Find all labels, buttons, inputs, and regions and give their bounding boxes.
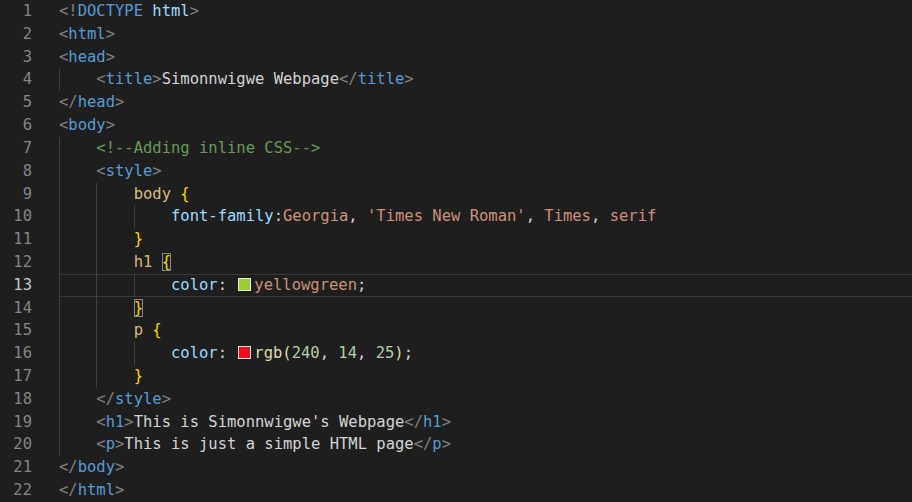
line-content[interactable]: h1 { — [59, 251, 912, 274]
code-token: > — [162, 390, 171, 408]
indent-guide — [59, 365, 60, 388]
line-content[interactable]: </html> — [59, 479, 912, 502]
line-content[interactable]: <head> — [59, 46, 912, 69]
line-number[interactable]: 13 — [0, 274, 59, 297]
code-line[interactable]: 4 <title>Simonnwigwe Webpage</title> — [0, 68, 912, 91]
line-number[interactable]: 5 — [0, 91, 59, 114]
code-token: { — [152, 321, 161, 339]
code-line[interactable]: 13 color: yellowgreen; — [0, 274, 912, 297]
line-number[interactable]: 22 — [0, 479, 59, 502]
code-line[interactable]: 18 </style> — [0, 388, 912, 411]
code-token: , — [357, 344, 376, 362]
code-token: yellowgreen — [254, 276, 357, 294]
code-line[interactable]: 9 body { — [0, 183, 912, 206]
line-number[interactable]: 19 — [0, 411, 59, 434]
line-number[interactable]: 15 — [0, 319, 59, 342]
indent-guide — [59, 228, 60, 251]
code-token: < — [96, 413, 105, 431]
code-line[interactable]: 20 <p>This is just a simple HTML page</p… — [0, 433, 912, 456]
code-token: rgb — [254, 344, 282, 362]
line-number[interactable]: 7 — [0, 137, 59, 160]
line-content[interactable]: font-family:Georgia, 'Times New Roman', … — [59, 205, 912, 228]
line-content[interactable]: </head> — [59, 91, 912, 114]
code-token: ; — [404, 344, 413, 362]
code-line[interactable]: 12 h1 { — [0, 251, 912, 274]
code-line[interactable]: 8 <style> — [0, 160, 912, 183]
color-swatch[interactable] — [238, 346, 251, 359]
code-token: </ — [59, 458, 78, 476]
line-content[interactable]: color: yellowgreen; — [59, 274, 912, 297]
code-line[interactable]: 10 font-family:Georgia, 'Times New Roman… — [0, 205, 912, 228]
line-number[interactable]: 20 — [0, 433, 59, 456]
line-number[interactable]: 9 — [0, 183, 59, 206]
line-number[interactable]: 8 — [0, 160, 59, 183]
code-token: font-family — [171, 207, 274, 225]
line-content[interactable]: <html> — [59, 23, 912, 46]
line-number[interactable]: 21 — [0, 456, 59, 479]
line-number[interactable]: 2 — [0, 23, 59, 46]
code-line[interactable]: 22</html> — [0, 479, 912, 502]
code-line[interactable]: 5</head> — [0, 91, 912, 114]
code-line[interactable]: 1<!DOCTYPE html> — [0, 0, 912, 23]
line-content[interactable]: <!DOCTYPE html> — [59, 0, 912, 23]
code-token: h1 — [423, 413, 442, 431]
code-line[interactable]: 14 } — [0, 297, 912, 320]
indent-guide — [59, 183, 60, 206]
code-line[interactable]: 11 } — [0, 228, 912, 251]
line-content[interactable]: } — [59, 365, 912, 388]
indent-guide — [96, 228, 97, 251]
code-token — [143, 321, 152, 339]
line-content[interactable]: <!--Adding inline CSS--> — [59, 137, 912, 160]
indent-guide — [59, 319, 60, 342]
code-token: body — [78, 458, 115, 476]
code-line[interactable]: 3<head> — [0, 46, 912, 69]
line-content[interactable]: <style> — [59, 160, 912, 183]
line-number[interactable]: 17 — [0, 365, 59, 388]
code-line[interactable]: 15 p { — [0, 319, 912, 342]
line-number[interactable]: 4 — [0, 68, 59, 91]
indent-guide — [59, 433, 60, 456]
code-line[interactable]: 21</body> — [0, 456, 912, 479]
code-line[interactable]: 16 color: rgb(240, 14, 25); — [0, 342, 912, 365]
code-token: < — [96, 435, 105, 453]
line-number[interactable]: 11 — [0, 228, 59, 251]
line-number[interactable]: 6 — [0, 114, 59, 137]
code-token: > — [152, 162, 161, 180]
code-token: title — [106, 70, 153, 88]
line-content[interactable]: </style> — [59, 388, 912, 411]
line-number[interactable]: 18 — [0, 388, 59, 411]
code-line[interactable]: 19 <h1>This is Simonnwigwe's Webpage</h1… — [0, 411, 912, 434]
code-line[interactable]: 7 <!--Adding inline CSS--> — [0, 137, 912, 160]
code-token: : — [218, 344, 237, 362]
line-content[interactable]: <title>Simonnwigwe Webpage</title> — [59, 68, 912, 91]
line-content[interactable]: <body> — [59, 114, 912, 137]
indent-guide — [59, 137, 60, 160]
code-token: , — [320, 344, 339, 362]
line-content[interactable]: p { — [59, 319, 912, 342]
line-number[interactable]: 14 — [0, 297, 59, 320]
code-token — [59, 276, 171, 294]
code-token: This is Simonnwigwe's Webpage — [134, 413, 405, 431]
line-content[interactable]: body { — [59, 183, 912, 206]
code-token — [59, 139, 96, 157]
code-line[interactable]: 2<html> — [0, 23, 912, 46]
code-token: Times — [544, 207, 591, 225]
line-content[interactable]: } — [59, 297, 912, 320]
code-line[interactable]: 17 } — [0, 365, 912, 388]
line-number[interactable]: 3 — [0, 46, 59, 69]
line-content[interactable]: color: rgb(240, 14, 25); — [59, 342, 912, 365]
indent-guide — [59, 274, 60, 297]
code-token: html — [68, 25, 105, 43]
line-content[interactable]: } — [59, 228, 912, 251]
code-token: ) — [394, 344, 403, 362]
code-line[interactable]: 6<body> — [0, 114, 912, 137]
line-number[interactable]: 16 — [0, 342, 59, 365]
line-number[interactable]: 1 — [0, 0, 59, 23]
line-content[interactable]: <h1>This is Simonnwigwe's Webpage</h1> — [59, 411, 912, 434]
code-token: > — [115, 93, 124, 111]
color-swatch[interactable] — [238, 278, 251, 291]
line-number[interactable]: 10 — [0, 205, 59, 228]
line-content[interactable]: <p>This is just a simple HTML page</p> — [59, 433, 912, 456]
line-number[interactable]: 12 — [0, 251, 59, 274]
line-content[interactable]: </body> — [59, 456, 912, 479]
